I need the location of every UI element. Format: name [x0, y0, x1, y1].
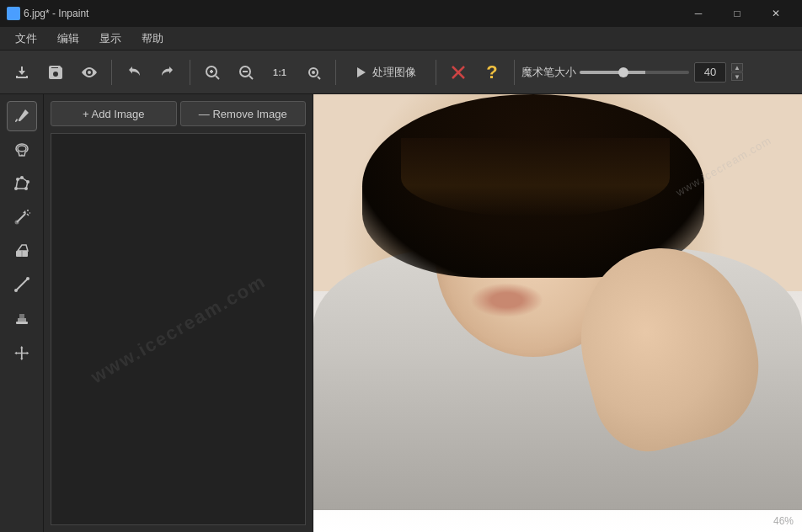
magic-wand-icon [13, 209, 30, 226]
undo-icon [126, 64, 142, 81]
app-icon [7, 7, 20, 20]
x-icon [451, 65, 466, 80]
zoom-in-button[interactable] [197, 57, 227, 88]
svg-line-3 [216, 76, 219, 79]
svg-point-16 [20, 176, 24, 179]
thumbnail-panel: + Add Image — Remove Image www.icecream.… [44, 94, 313, 532]
thumbnail-area: www.icecream.com [51, 133, 306, 525]
svg-rect-33 [19, 314, 24, 318]
preview-button[interactable] [74, 57, 104, 88]
eye-icon [81, 64, 98, 81]
brush-spinners: ▲ ▼ [731, 63, 743, 81]
toolbar: 1:1 处理图像 ? 魔术笔大小 40 ▲ ▼ [0, 51, 802, 94]
tool-stamp[interactable] [7, 303, 37, 333]
process-label: 处理图像 [372, 65, 416, 80]
title-text: 6.jpg* - Inpaint [24, 8, 88, 19]
svg-point-14 [14, 187, 18, 190]
maximize-button[interactable]: □ [718, 0, 757, 27]
zoom-out-icon [238, 64, 254, 81]
svg-point-18 [24, 187, 28, 190]
move-icon [13, 343, 30, 360]
lasso-icon [13, 141, 30, 158]
brush-icon [13, 108, 30, 125]
polygon-icon [13, 175, 30, 192]
eraser-icon [13, 242, 30, 259]
clear-button[interactable] [443, 57, 473, 88]
menu-bar: 文件 编辑 显示 帮助 [0, 27, 802, 51]
svg-line-6 [249, 76, 253, 79]
svg-line-23 [27, 214, 29, 215]
redo-button[interactable] [152, 57, 183, 88]
open-button[interactable] [7, 57, 37, 88]
brush-value-display: 40 [694, 62, 726, 82]
window-controls: ─ □ ✕ [679, 0, 795, 27]
tool-magic-wand[interactable] [7, 202, 37, 232]
thumbnail-buttons: + Add Image — Remove Image [44, 94, 313, 133]
save-button[interactable] [40, 57, 71, 88]
svg-line-9 [318, 77, 320, 79]
svg-marker-34 [14, 346, 29, 360]
svg-marker-10 [357, 67, 366, 77]
brush-size-slider[interactable] [580, 71, 689, 74]
svg-rect-31 [16, 322, 28, 324]
svg-point-15 [16, 178, 19, 181]
sep-1 [111, 60, 112, 85]
svg-point-8 [312, 71, 315, 74]
tool-polygon[interactable] [7, 168, 37, 199]
svg-point-29 [14, 289, 18, 292]
zoom-indicator: 46% [773, 515, 794, 527]
save-icon [47, 64, 64, 81]
process-button[interactable]: 处理图像 [343, 57, 429, 88]
bangs-shape [401, 138, 670, 217]
tool-line[interactable] [7, 269, 37, 300]
svg-marker-20 [23, 210, 26, 214]
tool-eraser[interactable] [7, 236, 37, 266]
canvas-area[interactable]: www.icecream.com 46% [313, 94, 802, 532]
line-icon [13, 276, 30, 293]
zoom-out-button[interactable] [231, 57, 261, 88]
redo-icon [159, 64, 176, 81]
download-icon [13, 64, 30, 81]
menu-item-view[interactable]: 显示 [91, 28, 130, 50]
left-toolbar [0, 94, 44, 532]
sep-5 [514, 60, 515, 85]
brush-slider-container: 40 ▲ ▼ [580, 62, 743, 82]
title-bar: 6.jpg* - Inpaint ─ □ ✕ [0, 0, 802, 27]
sep-3 [335, 60, 336, 85]
remove-image-button[interactable]: — Remove Image [180, 101, 307, 126]
minimize-button[interactable]: ─ [679, 0, 718, 27]
thumbnail-watermark: www.icecream.com [87, 270, 270, 388]
svg-point-24 [14, 221, 19, 225]
undo-button[interactable] [119, 57, 149, 88]
close-button[interactable]: ✕ [757, 0, 795, 27]
image-canvas [313, 94, 802, 532]
tool-brush[interactable] [7, 101, 37, 131]
main-content: + Add Image — Remove Image www.icecream.… [0, 94, 802, 532]
play-icon [356, 66, 367, 78]
fit-icon [305, 64, 322, 81]
tool-lasso[interactable] [7, 135, 37, 165]
menu-item-edit[interactable]: 编辑 [49, 28, 88, 50]
brush-decrement-button[interactable]: ▼ [731, 72, 743, 81]
menu-item-help[interactable]: 帮助 [133, 28, 172, 50]
photo-simulation [313, 94, 802, 532]
tool-move[interactable] [7, 337, 37, 367]
zoom-in-icon [204, 64, 221, 81]
fit-button[interactable] [298, 57, 329, 88]
svg-point-17 [26, 180, 29, 184]
brush-increment-button[interactable]: ▲ [731, 63, 743, 72]
svg-marker-26 [18, 245, 28, 251]
help-button[interactable]: ? [477, 57, 507, 88]
actual-size-button[interactable]: 1:1 [265, 57, 295, 88]
add-image-button[interactable]: + Add Image [51, 101, 177, 126]
svg-rect-32 [18, 318, 26, 322]
sep-2 [190, 60, 190, 85]
svg-point-30 [26, 277, 29, 280]
stamp-icon [13, 310, 30, 327]
sep-4 [436, 60, 436, 85]
menu-item-file[interactable]: 文件 [7, 28, 45, 50]
svg-line-28 [16, 279, 28, 290]
brush-size-label: 魔术笔大小 [521, 65, 576, 80]
smile-hint [470, 283, 543, 318]
